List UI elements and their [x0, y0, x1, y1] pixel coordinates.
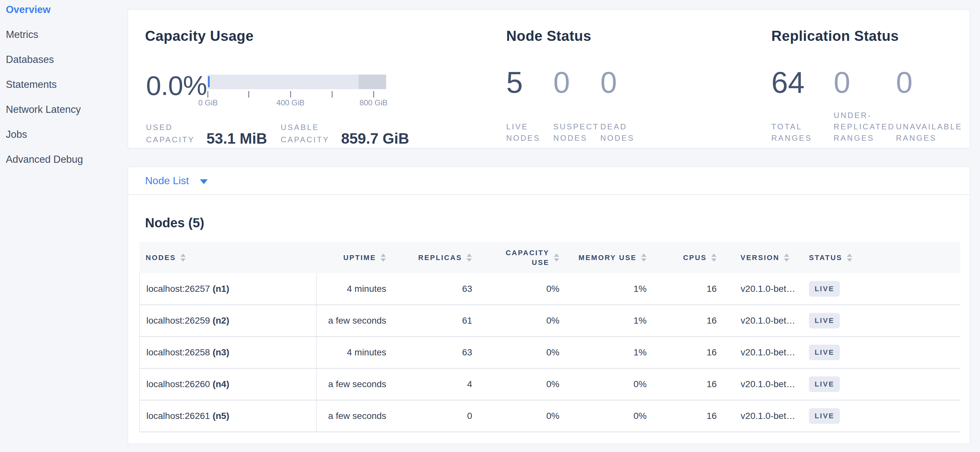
sort-icon[interactable] — [847, 254, 852, 262]
status-badge: LIVE — [809, 345, 840, 360]
status-cell: LIVE — [802, 305, 960, 336]
tick-mark — [290, 91, 291, 98]
used-capacity-value: 53.1 MiB — [206, 131, 267, 146]
tick-mark — [373, 91, 374, 98]
column-header-version[interactable]: VERSION — [725, 242, 802, 273]
column-header-status[interactable]: STATUS — [802, 242, 960, 273]
node-address-cell[interactable]: localhost:26258 (n3) — [140, 337, 317, 368]
nodes-table: NODES UPTIME REPLICAS CAPACITY USE MEMOR… — [139, 242, 960, 432]
uptime-cell: 4 minutes — [317, 337, 402, 368]
capacity-use-cell: 0% — [481, 400, 562, 431]
dead-nodes-value: 0 — [600, 67, 648, 97]
sort-icon[interactable] — [467, 254, 472, 262]
replicas-cell: 63 — [401, 337, 481, 368]
status-cell: LIVE — [802, 337, 960, 368]
node-address-cell[interactable]: localhost:26260 (n4) — [140, 369, 317, 400]
column-header-nodes[interactable]: NODES — [139, 242, 316, 273]
memory-use-cell: 1% — [562, 305, 650, 336]
chevron-down-icon — [200, 179, 208, 184]
node-address[interactable]: localhost:26258 — [146, 347, 210, 358]
table-row-node-4[interactable]: localhost:26260 (n4) a few seconds 4 0% … — [140, 369, 960, 400]
table-row-node-1[interactable]: localhost:26257 (n1) 4 minutes 63 0% 1% … — [140, 273, 960, 305]
used-capacity-label: USED CAPACITY — [146, 121, 195, 146]
column-label: MEMORY USE — [579, 253, 637, 263]
total-ranges-value: 64 — [772, 67, 834, 97]
node-address[interactable]: localhost:26259 — [146, 316, 210, 326]
column-label: VERSION — [741, 253, 780, 263]
suspect-nodes-stat: 0 SUSPECT NODES — [553, 67, 600, 144]
cpus-cell: 16 — [650, 273, 725, 305]
live-nodes-stat: 5 LIVE NODES — [506, 67, 553, 144]
sort-icon[interactable] — [711, 254, 716, 262]
status-badge: LIVE — [809, 313, 840, 328]
capacity-percent: 0.0% — [146, 71, 207, 100]
cpus-cell: 16 — [650, 369, 725, 400]
tick-label-400gib: 400 GiB — [277, 98, 305, 107]
sort-icon[interactable] — [180, 254, 186, 262]
sort-icon[interactable] — [641, 254, 646, 262]
column-header-uptime[interactable]: UPTIME — [316, 242, 401, 273]
capacity-gauge-bar — [207, 75, 386, 89]
table-row-node-3[interactable]: localhost:26258 (n3) 4 minutes 63 0% 1% … — [140, 337, 960, 369]
node-address[interactable]: localhost:26260 — [146, 379, 210, 389]
nodes-table-header: NODES UPTIME REPLICAS CAPACITY USE MEMOR… — [139, 242, 960, 273]
node-list-dropdown[interactable]: Node List — [128, 167, 970, 195]
cluster-summary-card: Capacity Usage 0.0% 0 GiB 400 GiB 800 Gi… — [127, 9, 970, 149]
status-badge: LIVE — [809, 281, 840, 297]
sidebar-item-overview[interactable]: Overview — [6, 4, 127, 14]
replicas-cell: 61 — [401, 305, 481, 336]
capacity-usage-title: Capacity Usage — [145, 28, 496, 44]
node-address[interactable]: localhost:26261 — [146, 411, 210, 421]
uptime-cell: 4 minutes — [317, 273, 402, 305]
tick-mark — [248, 91, 249, 98]
node-id: (n4) — [213, 379, 229, 389]
capacity-gauge-used-marker — [208, 76, 210, 87]
capacity-stats: USED CAPACITY 53.1 MiB USABLE CAPACITY 8… — [146, 121, 409, 146]
replicas-cell: 63 — [401, 273, 481, 305]
sort-icon[interactable] — [381, 254, 386, 262]
sort-icon[interactable] — [554, 254, 559, 262]
node-list-card: Node List Nodes (5) NODES UPTIME REPLICA… — [127, 167, 970, 444]
uptime-cell: a few seconds — [317, 305, 402, 336]
node-address-cell[interactable]: localhost:26261 (n5) — [140, 400, 317, 431]
memory-use-cell: 0% — [562, 400, 650, 431]
column-header-cpus[interactable]: CPUS — [650, 242, 725, 273]
memory-use-cell: 0% — [562, 369, 650, 400]
replication-status-section: Replication Status 64 TOTAL RANGES 0 UND… — [772, 28, 958, 144]
node-address-cell[interactable]: localhost:26257 (n1) — [140, 273, 317, 305]
unavailable-ranges-value: 0 — [896, 67, 958, 97]
sidebar: Overview Metrics Databases Statements Ne… — [0, 0, 127, 179]
sidebar-item-databases[interactable]: Databases — [6, 54, 127, 65]
version-cell: v20.1.0-bet… — [725, 369, 803, 400]
sidebar-item-metrics[interactable]: Metrics — [6, 29, 127, 40]
node-list-dropdown-label[interactable]: Node List — [145, 175, 189, 187]
capacity-usage-section: Capacity Usage 0.0% 0 GiB 400 GiB 800 Gi… — [145, 28, 496, 144]
sidebar-item-advanced-debug[interactable]: Advanced Debug — [6, 154, 127, 164]
uptime-cell: a few seconds — [317, 369, 402, 400]
sidebar-item-statements[interactable]: Statements — [6, 79, 127, 89]
table-row-node-5[interactable]: localhost:26261 (n5) a few seconds 0 0% … — [140, 400, 960, 432]
sidebar-item-network-latency[interactable]: Network Latency — [6, 104, 127, 114]
node-address[interactable]: localhost:26257 — [146, 284, 210, 294]
under-replicated-value: 0 — [834, 67, 896, 97]
tick-label-800gib: 800 GiB — [360, 98, 388, 107]
sidebar-item-jobs[interactable]: Jobs — [6, 129, 127, 140]
status-badge: LIVE — [809, 376, 840, 392]
usable-capacity-label: USABLE CAPACITY — [281, 121, 329, 146]
table-row-node-2[interactable]: localhost:26259 (n2) a few seconds 61 0%… — [140, 305, 960, 337]
column-label: UPTIME — [343, 253, 376, 263]
node-address-cell[interactable]: localhost:26259 (n2) — [140, 305, 317, 336]
replicas-cell: 4 — [401, 369, 481, 400]
column-header-replicas[interactable]: REPLICAS — [401, 242, 480, 273]
node-id: (n3) — [213, 347, 229, 358]
sort-icon[interactable] — [784, 254, 789, 262]
column-header-memory-use[interactable]: MEMORY USE — [562, 242, 650, 273]
node-status-section: Node Status 5 LIVE NODES 0 SUSPECT NODES… — [506, 28, 648, 144]
live-nodes-value: 5 — [506, 67, 553, 97]
dead-nodes-stat: 0 DEAD NODES — [600, 67, 648, 144]
live-nodes-label: LIVE NODES — [506, 121, 553, 144]
uptime-cell: a few seconds — [317, 400, 402, 431]
nodes-table-body: localhost:26257 (n1) 4 minutes 63 0% 1% … — [139, 273, 960, 432]
column-header-capacity-use[interactable]: CAPACITY USE — [480, 242, 562, 273]
status-badge: LIVE — [809, 408, 840, 424]
